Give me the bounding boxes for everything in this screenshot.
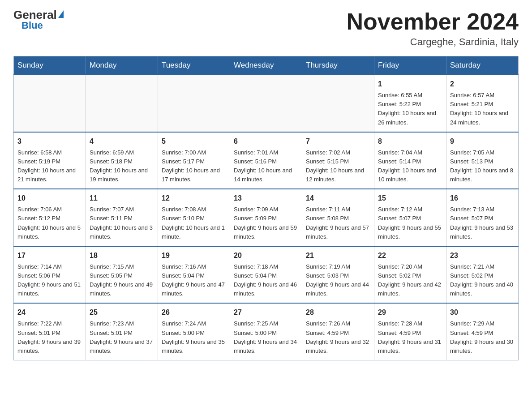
logo-general-text: General (13, 9, 57, 21)
header-tuesday: Tuesday (158, 56, 230, 75)
day-info: Sunrise: 7:14 AMSunset: 5:06 PMDaylight:… (17, 262, 82, 299)
day-number: 30 (450, 307, 515, 318)
calendar-header-row: Sunday Monday Tuesday Wednesday Thursday… (14, 56, 519, 75)
day-number: 14 (306, 193, 370, 204)
day-info: Sunrise: 7:07 AMSunset: 5:11 PMDaylight:… (90, 205, 154, 241)
header-sunday: Sunday (14, 56, 86, 75)
day-number: 21 (306, 250, 370, 261)
day-info: Sunrise: 7:00 AMSunset: 5:17 PMDaylight:… (162, 148, 226, 184)
day-info: Sunrise: 7:08 AMSunset: 5:10 PMDaylight:… (162, 205, 226, 241)
day-info: Sunrise: 7:12 AMSunset: 5:07 PMDaylight:… (378, 205, 442, 241)
calendar-cell: 27Sunrise: 7:25 AMSunset: 5:00 PMDayligh… (230, 303, 302, 360)
calendar-title: November 2024 (347, 9, 519, 34)
day-number: 18 (90, 250, 154, 261)
calendar-cell (86, 75, 158, 132)
calendar-cell: 25Sunrise: 7:23 AMSunset: 5:01 PMDayligh… (86, 303, 158, 360)
day-info: Sunrise: 6:59 AMSunset: 5:18 PMDaylight:… (90, 148, 154, 184)
day-number: 25 (90, 307, 154, 318)
day-info: Sunrise: 7:04 AMSunset: 5:14 PMDaylight:… (378, 148, 442, 184)
calendar-cell: 17Sunrise: 7:14 AMSunset: 5:06 PMDayligh… (14, 246, 86, 304)
calendar-cell: 3Sunrise: 6:58 AMSunset: 5:19 PMDaylight… (14, 132, 86, 189)
day-info: Sunrise: 7:21 AMSunset: 5:02 PMDaylight:… (450, 262, 515, 299)
day-info: Sunrise: 7:18 AMSunset: 5:04 PMDaylight:… (234, 262, 298, 299)
calendar-cell (14, 75, 86, 132)
calendar-cell: 26Sunrise: 7:24 AMSunset: 5:00 PMDayligh… (158, 303, 230, 360)
day-info: Sunrise: 7:06 AMSunset: 5:12 PMDaylight:… (17, 205, 82, 241)
day-info: Sunrise: 6:58 AMSunset: 5:19 PMDaylight:… (17, 148, 82, 184)
day-info: Sunrise: 6:55 AMSunset: 5:22 PMDaylight:… (378, 91, 442, 127)
calendar-cell: 16Sunrise: 7:13 AMSunset: 5:07 PMDayligh… (446, 189, 519, 246)
calendar-week-row: 1Sunrise: 6:55 AMSunset: 5:22 PMDaylight… (14, 75, 519, 132)
day-info: Sunrise: 7:11 AMSunset: 5:08 PMDaylight:… (306, 205, 370, 241)
day-number: 16 (450, 193, 515, 204)
day-info: Sunrise: 7:02 AMSunset: 5:15 PMDaylight:… (306, 148, 370, 184)
day-info: Sunrise: 7:22 AMSunset: 5:01 PMDaylight:… (17, 319, 82, 355)
day-info: Sunrise: 7:29 AMSunset: 4:59 PMDaylight:… (450, 319, 515, 355)
day-number: 20 (234, 250, 298, 261)
day-number: 19 (162, 250, 226, 261)
day-info: Sunrise: 7:19 AMSunset: 5:03 PMDaylight:… (306, 262, 370, 299)
calendar-cell: 18Sunrise: 7:15 AMSunset: 5:05 PMDayligh… (86, 246, 158, 304)
day-number: 3 (17, 136, 82, 147)
day-number: 6 (234, 136, 298, 147)
calendar-cell: 29Sunrise: 7:28 AMSunset: 4:59 PMDayligh… (374, 303, 446, 360)
day-info: Sunrise: 6:57 AMSunset: 5:21 PMDaylight:… (450, 91, 515, 127)
day-number: 26 (162, 307, 226, 318)
calendar-cell: 21Sunrise: 7:19 AMSunset: 5:03 PMDayligh… (302, 246, 374, 304)
title-block: November 2024 Cargeghe, Sardinia, Italy (347, 9, 519, 48)
calendar-week-row: 17Sunrise: 7:14 AMSunset: 5:06 PMDayligh… (14, 246, 519, 304)
calendar-cell: 14Sunrise: 7:11 AMSunset: 5:08 PMDayligh… (302, 189, 374, 246)
day-number: 4 (90, 136, 154, 147)
calendar-subtitle: Cargeghe, Sardinia, Italy (347, 36, 519, 48)
calendar-cell (302, 75, 374, 132)
calendar-cell: 15Sunrise: 7:12 AMSunset: 5:07 PMDayligh… (374, 189, 446, 246)
day-number: 11 (90, 193, 154, 204)
calendar-cell: 4Sunrise: 6:59 AMSunset: 5:18 PMDaylight… (86, 132, 158, 189)
day-info: Sunrise: 7:26 AMSunset: 4:59 PMDaylight:… (306, 319, 370, 355)
calendar-cell: 22Sunrise: 7:20 AMSunset: 5:02 PMDayligh… (374, 246, 446, 304)
calendar-cell: 19Sunrise: 7:16 AMSunset: 5:04 PMDayligh… (158, 246, 230, 304)
day-number: 7 (306, 136, 370, 147)
header-monday: Monday (86, 56, 158, 75)
calendar-week-row: 24Sunrise: 7:22 AMSunset: 5:01 PMDayligh… (14, 303, 519, 360)
calendar-week-row: 3Sunrise: 6:58 AMSunset: 5:19 PMDaylight… (14, 132, 519, 189)
calendar-cell: 12Sunrise: 7:08 AMSunset: 5:10 PMDayligh… (158, 189, 230, 246)
day-number: 27 (234, 307, 298, 318)
calendar-cell (230, 75, 302, 132)
calendar-cell: 9Sunrise: 7:05 AMSunset: 5:13 PMDaylight… (446, 132, 519, 189)
calendar-cell: 6Sunrise: 7:01 AMSunset: 5:16 PMDaylight… (230, 132, 302, 189)
day-number: 12 (162, 193, 226, 204)
calendar-cell: 13Sunrise: 7:09 AMSunset: 5:09 PMDayligh… (230, 189, 302, 246)
day-info: Sunrise: 7:24 AMSunset: 5:00 PMDaylight:… (162, 319, 226, 355)
day-number: 9 (450, 136, 515, 147)
page-header: General Blue November 2024 Cargeghe, Sar… (13, 9, 519, 48)
day-number: 15 (378, 193, 442, 204)
calendar-table: Sunday Monday Tuesday Wednesday Thursday… (13, 56, 519, 360)
day-number: 28 (306, 307, 370, 318)
calendar-cell: 2Sunrise: 6:57 AMSunset: 5:21 PMDaylight… (446, 75, 519, 132)
header-thursday: Thursday (302, 56, 374, 75)
day-info: Sunrise: 7:25 AMSunset: 5:00 PMDaylight:… (234, 319, 298, 355)
day-info: Sunrise: 7:16 AMSunset: 5:04 PMDaylight:… (162, 262, 226, 299)
day-number: 2 (450, 79, 515, 90)
calendar-cell: 24Sunrise: 7:22 AMSunset: 5:01 PMDayligh… (14, 303, 86, 360)
day-number: 23 (450, 250, 515, 261)
logo-blue-text: Blue (21, 20, 43, 31)
day-info: Sunrise: 7:28 AMSunset: 4:59 PMDaylight:… (378, 319, 442, 355)
calendar-cell: 28Sunrise: 7:26 AMSunset: 4:59 PMDayligh… (302, 303, 374, 360)
calendar-cell: 8Sunrise: 7:04 AMSunset: 5:14 PMDaylight… (374, 132, 446, 189)
day-number: 17 (17, 250, 82, 261)
day-info: Sunrise: 7:15 AMSunset: 5:05 PMDaylight:… (90, 262, 154, 299)
calendar-week-row: 10Sunrise: 7:06 AMSunset: 5:12 PMDayligh… (14, 189, 519, 246)
day-number: 24 (17, 307, 82, 318)
calendar-cell: 1Sunrise: 6:55 AMSunset: 5:22 PMDaylight… (374, 75, 446, 132)
day-info: Sunrise: 7:01 AMSunset: 5:16 PMDaylight:… (234, 148, 298, 184)
day-info: Sunrise: 7:13 AMSunset: 5:07 PMDaylight:… (450, 205, 515, 241)
day-number: 10 (17, 193, 82, 204)
calendar-cell: 10Sunrise: 7:06 AMSunset: 5:12 PMDayligh… (14, 189, 86, 246)
logo-triangle-icon (58, 10, 64, 18)
day-number: 29 (378, 307, 442, 318)
calendar-cell (158, 75, 230, 132)
calendar-cell: 11Sunrise: 7:07 AMSunset: 5:11 PMDayligh… (86, 189, 158, 246)
logo: General Blue (13, 9, 64, 31)
